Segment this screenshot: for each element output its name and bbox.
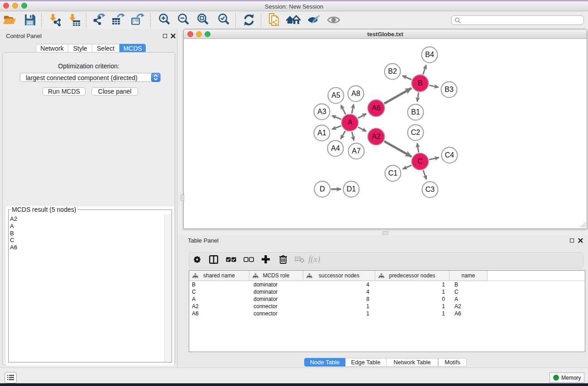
svg-text:A: A xyxy=(348,119,353,126)
svg-text:B1: B1 xyxy=(411,108,420,116)
svg-text:A4: A4 xyxy=(331,144,340,152)
svg-text:C4: C4 xyxy=(445,151,454,159)
svg-text:C3: C3 xyxy=(425,186,435,193)
svg-text:D1: D1 xyxy=(347,185,356,193)
svg-text:C1: C1 xyxy=(388,169,398,177)
svg-text:C2: C2 xyxy=(411,129,421,136)
svg-text:A3: A3 xyxy=(317,108,326,115)
svg-text:A2: A2 xyxy=(372,133,381,140)
svg-text:A7: A7 xyxy=(352,147,361,155)
svg-text:C: C xyxy=(417,157,423,165)
svg-text:B4: B4 xyxy=(425,51,434,58)
svg-text:A8: A8 xyxy=(351,90,360,97)
svg-text:B3: B3 xyxy=(445,86,454,93)
svg-text:B: B xyxy=(418,79,423,87)
svg-text:D: D xyxy=(320,185,325,193)
svg-text:A5: A5 xyxy=(331,91,340,99)
svg-text:A1: A1 xyxy=(317,129,326,137)
svg-text:B2: B2 xyxy=(388,67,397,75)
svg-text:A6: A6 xyxy=(372,104,381,112)
